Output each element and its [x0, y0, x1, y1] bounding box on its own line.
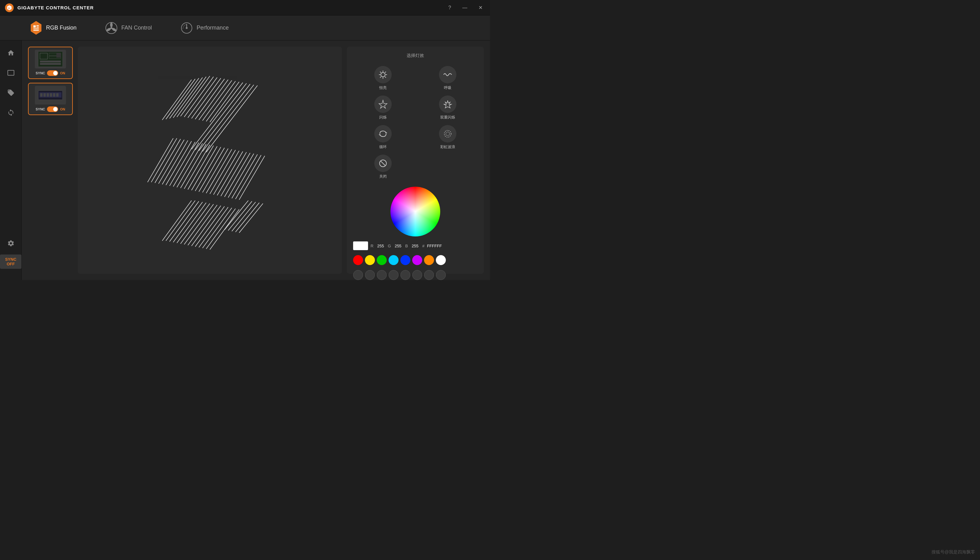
svg-point-93 [381, 72, 385, 77]
help-button[interactable]: ? [446, 4, 453, 12]
swatch-green[interactable] [377, 255, 387, 265]
svg-line-83 [195, 206, 224, 247]
sidebar-item-update[interactable] [5, 107, 17, 119]
swatch-custom-6[interactable] [412, 270, 422, 280]
sidebar-item-settings[interactable] [5, 237, 17, 250]
swatch-cyan[interactable] [388, 255, 398, 265]
effect-breath[interactable]: 呼吸 [418, 66, 478, 90]
swatch-purple[interactable] [412, 255, 422, 265]
effects-title: 选择灯效 [353, 53, 478, 58]
svg-line-40 [203, 80, 232, 121]
svg-line-55 [173, 142, 199, 187]
svg-line-107 [381, 161, 385, 165]
effect-off[interactable]: 关闭 [353, 155, 413, 179]
app-title: GIGABYTE CONTROL CENTER [17, 5, 446, 10]
device-ram-toggle-state: ON [60, 107, 65, 111]
svg-line-67 [217, 152, 243, 195]
close-button[interactable]: ✕ [476, 3, 485, 12]
swatches-row-1 [353, 255, 478, 265]
tab-fan-control[interactable]: FAN Control [100, 19, 157, 37]
minimize-button[interactable]: — [460, 4, 470, 12]
performance-icon [180, 22, 193, 34]
effect-static[interactable]: 恒亮 [353, 66, 413, 90]
svg-line-70 [228, 154, 253, 198]
effect-rainbow-icon [439, 125, 457, 142]
sidebar-item-display[interactable] [5, 67, 17, 79]
swatches-row-2 [353, 270, 478, 280]
fan-control-icon [105, 22, 118, 34]
sidebar-item-tag[interactable] [5, 87, 17, 99]
svg-line-54 [170, 142, 195, 186]
svg-line-45 [199, 84, 250, 151]
svg-line-42 [210, 82, 239, 122]
svg-rect-4 [37, 27, 39, 27]
svg-line-53 [166, 141, 191, 185]
svg-line-85 [203, 208, 232, 248]
svg-line-62 [199, 148, 224, 192]
swatch-custom-5[interactable] [400, 270, 410, 280]
device-ram-footer: SYNC ON [35, 107, 65, 112]
svg-rect-19 [40, 63, 61, 65]
svg-line-84 [199, 207, 228, 248]
app-logo: G [5, 3, 14, 12]
swatch-custom-1[interactable] [353, 270, 363, 280]
device-mb-footer: SYNC ON [35, 70, 65, 76]
tab-rgb-fusion[interactable]: RGB Fusion [25, 19, 82, 37]
svg-line-68 [221, 152, 247, 196]
effect-rainbow[interactable]: 彩虹波浪 [418, 125, 478, 150]
svg-line-50 [155, 139, 180, 183]
svg-line-75 [166, 201, 195, 241]
swatch-blue[interactable] [400, 255, 410, 265]
color-wheel[interactable] [390, 187, 440, 237]
svg-line-72 [235, 155, 261, 199]
g-value: 255 [393, 243, 403, 248]
rgb-hex-badge [30, 21, 42, 35]
b-label: B [405, 243, 408, 248]
svg-line-34 [180, 76, 210, 117]
svg-line-82 [192, 206, 221, 246]
effects-grid: 恒亮 呼吸 [353, 66, 478, 179]
tab-performance[interactable]: Performance [175, 19, 233, 37]
r-label: R [370, 243, 373, 248]
tab-performance-label: Performance [197, 25, 229, 31]
device-card-motherboard[interactable]: SYNC ON [28, 47, 73, 79]
device-card-ram[interactable]: SYNC ON [28, 83, 73, 115]
swatch-custom-7[interactable] [424, 270, 434, 280]
swatch-custom-3[interactable] [377, 270, 387, 280]
device-panel: SYNC ON [28, 47, 78, 274]
content-area: SYNC ON [22, 40, 490, 280]
color-preview-box[interactable] [353, 242, 368, 250]
effect-cycle[interactable]: 循环 [353, 125, 413, 150]
device-ram-toggle[interactable] [47, 107, 58, 112]
svg-line-39 [199, 80, 228, 120]
swatch-custom-8[interactable] [436, 270, 446, 280]
swatch-custom-2[interactable] [365, 270, 375, 280]
svg-line-52 [162, 140, 188, 184]
effect-cycle-icon [374, 125, 392, 142]
swatch-red[interactable] [353, 255, 363, 265]
swatch-yellow[interactable] [365, 255, 375, 265]
svg-rect-28 [56, 93, 58, 97]
sync-off-button[interactable]: SYNC OFF [0, 255, 22, 269]
mb-preview [38, 51, 63, 67]
swatch-white[interactable] [436, 255, 446, 265]
svg-rect-25 [47, 93, 49, 97]
effects-panel: 选择灯效 [347, 47, 484, 274]
svg-line-77 [173, 202, 203, 242]
svg-line-59 [188, 146, 213, 190]
effect-double-flash[interactable]: 双重闪烁 [418, 95, 478, 120]
effect-flash[interactable]: 闪烁 [353, 95, 413, 120]
hex-value: FFFFFF [427, 243, 442, 248]
swatch-custom-4[interactable] [388, 270, 398, 280]
device-mb-sync-label: SYNC [35, 71, 45, 75]
effect-off-label: 关闭 [379, 174, 387, 179]
device-mb-toggle[interactable] [47, 70, 58, 76]
device-ram-image [35, 86, 66, 105]
rgb-row: R 255 G 255 B 255 # FFFFFF [353, 242, 478, 250]
sidebar-item-home[interactable] [5, 47, 17, 59]
swatch-orange[interactable] [424, 255, 434, 265]
svg-line-80 [184, 204, 213, 245]
main-layout: SYNC OFF [0, 40, 490, 280]
svg-rect-5 [33, 28, 38, 29]
svg-line-56 [177, 143, 203, 187]
